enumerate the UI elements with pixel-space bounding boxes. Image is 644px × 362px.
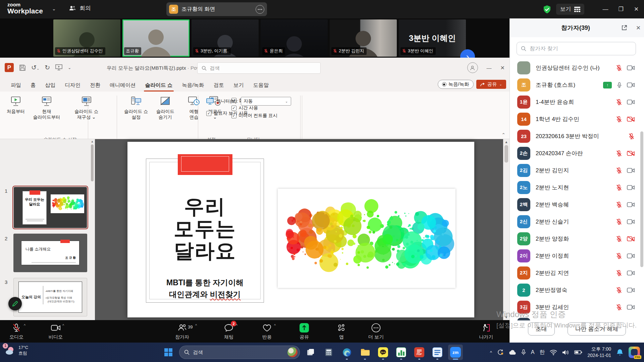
participant-row[interactable]: 2이2분반 이정희 (510, 247, 640, 264)
notification-bell-icon[interactable] (616, 349, 624, 356)
ppt-close-button[interactable]: ✕ (500, 65, 505, 71)
kakaotalk-app-icon[interactable]: TALK (376, 345, 390, 360)
start-button[interactable] (161, 345, 176, 360)
ppt-tab-홈[interactable]: 홈 (26, 79, 41, 91)
participant-row[interactable]: 3김3분반 김세인 (510, 299, 640, 316)
zoom-app-icon[interactable]: zm (448, 345, 463, 360)
participant-row[interactable]: 23202320616 3분반 박정미 (510, 128, 640, 145)
participant-scrollbar[interactable] (640, 59, 643, 324)
participant-row[interactable]: 22분반정명숙 (510, 282, 640, 299)
save-icon[interactable] (19, 64, 26, 71)
ppt-tab-도움말[interactable]: 도움말 (249, 79, 274, 91)
video-tile[interactable]: 3분반, 이기름. (192, 19, 259, 57)
ppt-tab-삽입[interactable]: 삽입 (41, 79, 60, 91)
ppt-tab-파일[interactable]: 파일 (6, 79, 26, 91)
participant-row[interactable]: 141학년 4반 김수민 (510, 111, 640, 128)
calculator-app-icon[interactable] (321, 345, 336, 360)
file-explorer-icon[interactable] (358, 345, 372, 360)
account-icon[interactable] (467, 62, 478, 73)
video-tile[interactable]: 윤은희 (261, 19, 328, 57)
invite-button[interactable]: 초대 (528, 322, 555, 336)
chevron-up-icon[interactable]: ^ (62, 323, 64, 327)
participant-search-input[interactable]: 참가자 찾기 (517, 42, 636, 55)
thumbnail-scrollbar[interactable]: ▲ (90, 139, 94, 320)
close-panel-icon[interactable]: ✕ (633, 24, 644, 32)
participant-row[interactable]: 인권상담센터 김수인 (나) (510, 59, 640, 76)
ppt-tab-디자인[interactable]: 디자인 (60, 79, 86, 91)
tray-expand-chevron[interactable]: ^ (490, 350, 492, 355)
participant-row[interactable]: 2지2분반김 지연 (510, 264, 640, 282)
redo-icon[interactable]: ↻ (45, 64, 50, 71)
video-tile[interactable]: 조규황 (122, 19, 190, 57)
video-tile[interactable]: 인권상담센터 김수인 (53, 19, 120, 57)
toolbar-채팅[interactable]: 2^채팅 (224, 323, 233, 340)
toolbar-오디오[interactable]: ^오디오 (9, 323, 23, 340)
weather-widget[interactable]: 1 17°C흐림 (5, 345, 28, 356)
qat-customize-icon[interactable]: ⌄ (68, 65, 71, 70)
collapse-ribbon-icon[interactable]: ⌃ (501, 132, 505, 137)
from-start-button[interactable]: 처음부터 (3, 94, 28, 116)
volume-icon[interactable] (562, 350, 569, 355)
ime-korean-indicator[interactable]: 한 (539, 349, 545, 356)
undo-icon[interactable]: ↺⌄ (31, 64, 39, 71)
custom-slideshow-button[interactable]: 슬라이드 쇼재구성 ⌄ (71, 94, 102, 122)
participant-row[interactable]: 2신2분반 신슬기 (510, 213, 640, 230)
record-toggle-pill[interactable]: 녹음/녹화 (438, 80, 474, 89)
mic-tray-icon[interactable] (521, 349, 526, 356)
rehearse-timings-button[interactable]: 예행연습 (184, 94, 203, 122)
taskbar-clock[interactable]: 오후 7:00 2024-11-01 (587, 346, 611, 359)
participant-row[interactable]: 2김2분반 김민지 (510, 162, 640, 179)
chevron-up-icon[interactable]: ^ (24, 323, 25, 327)
participant-row[interactable]: 2노2분반 노지현 (510, 179, 640, 196)
close-button[interactable]: ✕ (629, 0, 644, 18)
ppt-minimize-button[interactable]: — (487, 65, 492, 71)
participant-row[interactable]: 조조규황 (호스트)↑ (510, 76, 640, 94)
ppt-tab-전환[interactable]: 전환 (85, 79, 105, 91)
ppt-tab-슬라이드 쇼[interactable]: 슬라이드 쇼 (141, 79, 177, 91)
security-shield-icon[interactable] (543, 5, 551, 14)
ppt-search-box[interactable]: 검색 (197, 62, 321, 74)
toolbar-참가자[interactable]: 39^참가자 (175, 323, 189, 340)
chevron-up-icon[interactable]: ^ (195, 323, 197, 327)
participant-row[interactable]: 2손202420347 손아란 (510, 145, 640, 162)
taskbar-search-box[interactable]: 검색 (179, 346, 300, 359)
setup-slideshow-button[interactable]: 슬라이드 쇼설정 (121, 94, 151, 122)
start-slideshow-icon[interactable] (55, 64, 62, 71)
video-tile[interactable]: 3분반 이혜인3분반 이혜인 (399, 19, 466, 57)
meeting-tab[interactable]: 회의 (69, 4, 91, 12)
view-button[interactable]: 보기 (556, 4, 584, 15)
ppt-share-button[interactable]: 공유 ⌄ (476, 80, 506, 89)
ppt-tab-애니메이션[interactable]: 애니메이션 (105, 79, 141, 91)
participant-row[interactable]: 2양2분반 양정화 (510, 230, 640, 247)
copilot-icon[interactable]: PRE (629, 347, 640, 358)
pdf-app-icon[interactable]: PDF (412, 345, 427, 360)
slide-thumbnail-2[interactable]: 나를 소개해요 조 규 황 (13, 234, 87, 272)
toolbar-반응[interactable]: ^반응 (262, 323, 272, 340)
toolbar-공유[interactable]: 공유 (299, 323, 309, 340)
ppt-tab-검토[interactable]: 검토 (209, 79, 229, 91)
toolbar-더 보기[interactable]: 더 보기 (368, 323, 384, 340)
participant-row[interactable]: 1윤1-4분반 윤승희 (510, 94, 640, 111)
share-options-button[interactable] (256, 5, 264, 14)
canvas-scrollbar[interactable]: ▲ ▼ (503, 139, 509, 320)
task-view-button[interactable] (303, 345, 318, 360)
toolbar-앱[interactable]: 앱 (337, 323, 346, 340)
chevron-down-icon[interactable]: ⌄ (52, 6, 56, 11)
hide-slide-button[interactable]: 슬라이드숨기기 (153, 94, 178, 122)
ppt-tab-녹음/녹화[interactable]: 녹음/녹화 (177, 79, 209, 91)
wifi-icon[interactable] (550, 350, 557, 355)
cloud-icon[interactable] (509, 350, 516, 355)
use-presenter-view-checkbox[interactable]: ✓발표자 보기 사용 (206, 110, 300, 116)
spreadsheet-app-icon[interactable] (394, 345, 409, 360)
from-current-slide-button[interactable]: 현재슬라이드부터 (30, 94, 63, 122)
participant-row[interactable]: 2백2분반 백승혜 (510, 196, 640, 213)
battery-icon[interactable] (574, 350, 582, 355)
shared-screen-pill[interactable]: 조 조규황의 화면 (166, 2, 267, 16)
minimize-button[interactable]: — (598, 0, 613, 18)
toolbar-비디오[interactable]: ^비디오 (49, 323, 63, 340)
unmute-self-button[interactable]: 나만 음소거 해제 (568, 322, 626, 336)
video-tile[interactable]: 2분반 김민지 (330, 19, 397, 57)
maximize-button[interactable]: ❐ (613, 0, 629, 18)
edge-browser-icon[interactable] (339, 345, 354, 360)
chevron-up-icon[interactable]: ^ (236, 323, 237, 327)
